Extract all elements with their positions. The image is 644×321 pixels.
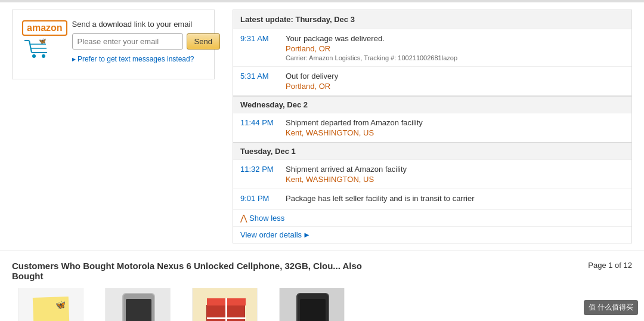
tracking-event-901: Package has left seller facility and is …	[281, 189, 631, 209]
email-form: Send	[72, 33, 220, 50]
event-title-931: Your package was delivered.	[286, 34, 624, 43]
amazon-logo-area: amazon 🦋	[22, 20, 205, 63]
tracking-row-1132: 11:32 PM Shipment arrived at Amazon faci…	[233, 159, 631, 189]
tracking-event-531: Out for delivery Portland, OR	[281, 67, 631, 95]
tracking-row-1144: 11:44 PM Shipment departed from Amazon f…	[233, 113, 631, 142]
right-panel: Latest update: Thursday, Dec 3 9:31 AM Y…	[227, 10, 644, 243]
tracking-time-1132: 11:32 PM	[233, 160, 281, 189]
svg-point-5	[32, 54, 36, 58]
send-button[interactable]: Send	[187, 33, 220, 50]
main-content: amazon 🦋	[0, 2, 644, 251]
event-location-931: Portland, OR	[286, 44, 624, 53]
tracking-row-531: 5:31 AM Out for delivery Portland, OR	[233, 66, 631, 95]
email-description: Send a download link to your email	[72, 20, 220, 29]
tracking-header: Latest update: Thursday, Dec 3	[233, 10, 631, 29]
page-info: Page 1 of 12	[588, 261, 632, 270]
view-order-link[interactable]: View order details ►	[233, 226, 631, 243]
left-panel: amazon 🦋	[0, 10, 227, 243]
event-title-1144: Shipment departed from Amazon facility	[286, 118, 624, 127]
show-less-text: Show less	[249, 214, 284, 223]
show-less-button[interactable]: ⋀ Show less	[233, 209, 631, 226]
product-image-4	[279, 288, 345, 321]
tracking-time-1144: 11:44 PM	[233, 113, 281, 142]
product-image-1: 🦋	[18, 288, 83, 321]
tracking-section-thu: 9:31 AM Your package was delivered. Port…	[233, 29, 631, 96]
tracking-event-931: Your package was delivered. Portland, OR…	[281, 29, 631, 66]
tracking-row-931: 9:31 AM Your package was delivered. Port…	[233, 29, 631, 66]
email-input[interactable]	[72, 33, 183, 50]
tracking-section-wed: 11:44 PM Shipment departed from Amazon f…	[233, 113, 631, 143]
event-location-1132: Kent, WASHINGTON, US	[286, 175, 624, 184]
product-item-1[interactable]: 🦋	[12, 288, 89, 321]
watermark: 值 什么值得买	[584, 300, 638, 315]
product-item-2[interactable]	[99, 288, 177, 321]
tracking-row-901: 9:01 PM Package has left seller facility…	[233, 189, 631, 209]
event-title-1132: Shipment arrived at Amazon facility	[286, 165, 624, 174]
bottom-section: Customers Who Bought Motorola Nexus 6 Un…	[0, 251, 644, 321]
product-grid: 🦋	[12, 288, 632, 321]
amazon-logo: amazon	[22, 20, 67, 36]
product-item-3[interactable]	[186, 288, 264, 321]
event-location-1144: Kent, WASHINGTON, US	[286, 128, 624, 137]
day-section-tue: Tuesday, Dec 1	[233, 143, 631, 159]
show-less-arrow: ⋀	[240, 213, 247, 223]
text-message-link[interactable]: Prefer to get text messages instead?	[72, 55, 194, 63]
svg-text:🦋: 🦋	[39, 38, 47, 45]
tracking-section-tue: 11:32 PM Shipment arrived at Amazon faci…	[233, 159, 631, 209]
tracking-event-1144: Shipment departed from Amazon facility K…	[281, 113, 631, 142]
view-order-text: View order details	[240, 230, 302, 239]
event-title-901: Package has left seller facility and is …	[286, 194, 624, 203]
tracking-time-531: 5:31 AM	[233, 67, 281, 95]
carrier-info-931: Carrier: Amazon Logistics, Tracking #: 1…	[286, 54, 624, 61]
tracking-box: Latest update: Thursday, Dec 3 9:31 AM Y…	[233, 10, 632, 243]
product-image-3	[192, 288, 258, 321]
event-title-531: Out for delivery	[286, 72, 624, 81]
email-box: amazon 🦋	[12, 10, 215, 79]
tracking-time-931: 9:31 AM	[233, 29, 281, 66]
product-image-2	[105, 288, 171, 321]
day-section-wed: Wednesday, Dec 2	[233, 96, 631, 113]
product-item-4[interactable]	[273, 288, 351, 321]
svg-point-6	[42, 54, 45, 58]
tracking-time-901: 9:01 PM	[233, 189, 281, 209]
svg-line-1	[29, 41, 32, 53]
cart-icon: 🦋	[22, 38, 51, 61]
bottom-header: Customers Who Bought Motorola Nexus 6 Un…	[12, 261, 632, 281]
view-order-arrow: ►	[303, 230, 311, 239]
event-location-531: Portland, OR	[286, 82, 624, 91]
tracking-event-1132: Shipment arrived at Amazon facility Kent…	[281, 160, 631, 189]
also-bought-title: Customers Who Bought Motorola Nexus 6 Un…	[12, 261, 370, 281]
